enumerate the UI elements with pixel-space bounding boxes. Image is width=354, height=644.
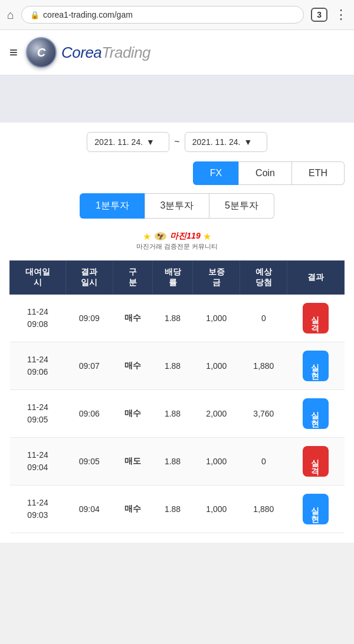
tab-badge[interactable]: 3 [311,8,327,22]
outcome-button[interactable]: 실격 [303,446,329,477]
outcome-button[interactable]: 실현 [303,351,329,381]
cell-rate: 1.88 [152,438,193,486]
cell-result-time: 09:05 [65,438,113,486]
logo-circle: C [26,37,57,68]
cell-date: 11-2409:06 [10,342,66,390]
cell-expected: 1,880 [240,342,287,390]
tab-fx[interactable]: FX [193,161,238,185]
cell-expected: 0 [240,438,287,486]
cell-date: 11-2409:03 [10,486,66,533]
table-row: 11-2409:06 09:07 매수 1.88 1,000 1,880 실현 [10,342,345,390]
browser-chrome: ⌂ 🔒 corea1-trading.com/gam 3 ⋮ [0,0,354,30]
cell-date: 11-2409:08 [10,295,66,342]
cell-result-time: 09:06 [65,390,113,438]
table-row: 11-2409:04 09:05 매도 1.88 1,000 0 실격 [10,438,345,486]
start-date-dropdown-icon: ▼ [146,137,155,147]
trade-table: 대여일시 결과일시 구분 배당률 보증금 예상당첨 결과 11-2409:08 … [9,260,345,533]
promo-badge: ★ 🦅 마진119 ★ [143,230,211,242]
cell-deposit: 1,000 [193,295,240,342]
home-icon[interactable]: ⌂ [7,8,14,22]
col-header-deposit: 보증금 [193,261,240,295]
col-header-result-time: 결과일시 [65,261,113,295]
cell-result-time: 09:07 [65,342,113,390]
cell-outcome: 실현 [287,390,345,438]
cell-outcome: 실현 [287,486,345,533]
browser-menu-icon[interactable]: ⋮ [335,7,347,22]
cell-deposit: 1,000 [193,342,240,390]
start-date-value: 2021. 11. 24. [94,137,143,147]
cell-type: 매수 [113,390,152,438]
table-row: 11-2409:03 09:04 매수 1.88 1,000 1,880 실현 [10,486,345,533]
logo-container: C CoreaTrading [26,37,150,68]
promo-brand-name: 마진119 [170,231,200,242]
cell-deposit: 1,000 [193,438,240,486]
date-tilde: ~ [174,137,179,147]
tab-3min[interactable]: 3분투자 [145,193,209,219]
end-date-value: 2021. 11. 24. [192,137,241,147]
cell-deposit: 1,000 [193,486,240,533]
asset-tab-group: FX Coin ETH [9,161,345,185]
cell-outcome: 실격 [287,295,345,342]
table-header-row: 대여일시 결과일시 구분 배당률 보증금 예상당첨 결과 [10,261,345,295]
cell-rate: 1.88 [152,295,193,342]
promo-eagle-icon: 🦅 [153,230,168,242]
cell-type: 매도 [113,438,152,486]
minute-tab-group: 1분투자 3분투자 5분투자 [9,193,345,219]
site-header: ≡ C CoreaTrading [0,30,354,75]
cell-rate: 1.88 [152,342,193,390]
table-row: 11-2409:08 09:09 매수 1.88 1,000 0 실격 [10,295,345,342]
cell-date: 11-2409:04 [10,438,66,486]
cell-result-time: 09:04 [65,486,113,533]
start-date-select[interactable]: 2021. 11. 24. ▼ [87,132,169,152]
tab-eth[interactable]: ETH [292,161,345,185]
hamburger-icon[interactable]: ≡ [9,44,18,61]
tab-1min[interactable]: 1분투자 [80,193,145,219]
cell-expected: 3,760 [240,390,287,438]
url-text: corea1-trading.com/gam [43,10,133,19]
end-date-select[interactable]: 2021. 11. 24. ▼ [185,132,267,152]
cell-rate: 1.88 [152,486,193,533]
outcome-button[interactable]: 실현 [303,494,329,524]
content-area: 2021. 11. 24. ▼ ~ 2021. 11. 24. ▼ FX Coi… [0,123,354,543]
cell-type: 매수 [113,295,152,342]
promo-subtitle: 마진거래 검증전문 커뮤니티 [13,242,341,251]
col-header-type: 구분 [113,261,152,295]
cell-type: 매수 [113,342,152,390]
col-header-date: 대여일시 [10,261,66,295]
logo-trading: Trading [101,44,150,61]
cell-deposit: 2,000 [193,390,240,438]
logo-corea: Corea [61,44,101,61]
promo-banner: ★ 🦅 마진119 ★ 마진거래 검증전문 커뮤니티 [9,227,345,255]
url-bar[interactable]: 🔒 corea1-trading.com/gam [21,6,304,24]
svg-text:🦅: 🦅 [157,233,165,240]
cell-outcome: 실격 [287,438,345,486]
promo-star-left: ★ [143,231,151,242]
tab-5min[interactable]: 5분투자 [209,193,274,219]
date-range: 2021. 11. 24. ▼ ~ 2021. 11. 24. ▼ [9,132,345,152]
cell-result-time: 09:09 [65,295,113,342]
cell-outcome: 실현 [287,342,345,390]
outcome-button[interactable]: 실현 [303,398,329,429]
col-header-rate: 배당률 [152,261,193,295]
outcome-button[interactable]: 실격 [303,303,329,333]
col-header-expected: 예상당첨 [240,261,287,295]
tab-coin[interactable]: Coin [238,161,292,185]
table-row: 11-2409:05 09:06 매수 1.88 2,000 3,760 실현 [10,390,345,438]
banner-area [0,75,354,123]
cell-type: 매수 [113,486,152,533]
cell-expected: 1,880 [240,486,287,533]
cell-date: 11-2409:05 [10,390,66,438]
promo-star-right: ★ [203,231,211,242]
col-header-outcome: 결과 [287,261,345,295]
end-date-dropdown-icon: ▼ [244,137,252,147]
lock-icon: 🔒 [30,11,40,19]
logo-text: CoreaTrading [61,44,150,62]
cell-expected: 0 [240,295,287,342]
cell-rate: 1.88 [152,390,193,438]
